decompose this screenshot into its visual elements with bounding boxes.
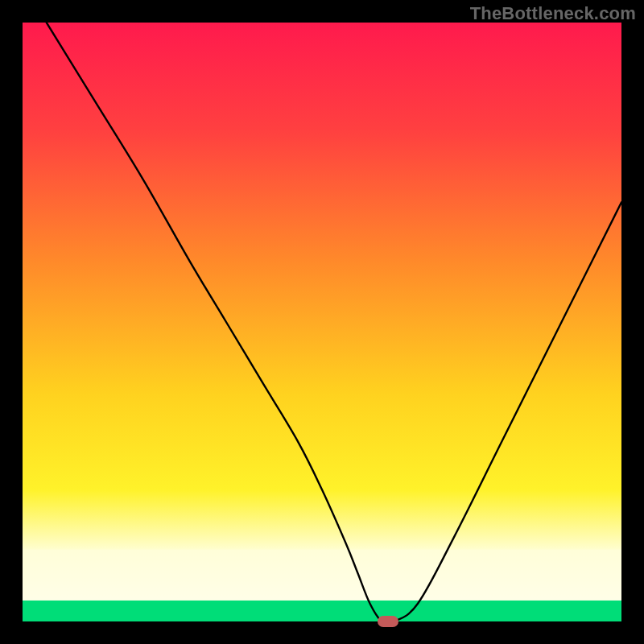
optimal-marker bbox=[378, 616, 398, 627]
green-band bbox=[23, 601, 621, 621]
gradient-fill bbox=[23, 23, 621, 621]
chart-frame: TheBottleneck.com bbox=[0, 0, 644, 644]
watermark-text: TheBottleneck.com bbox=[470, 3, 636, 24]
chart-svg bbox=[23, 23, 621, 621]
plot-area bbox=[23, 23, 621, 621]
pale-band bbox=[23, 550, 621, 601]
